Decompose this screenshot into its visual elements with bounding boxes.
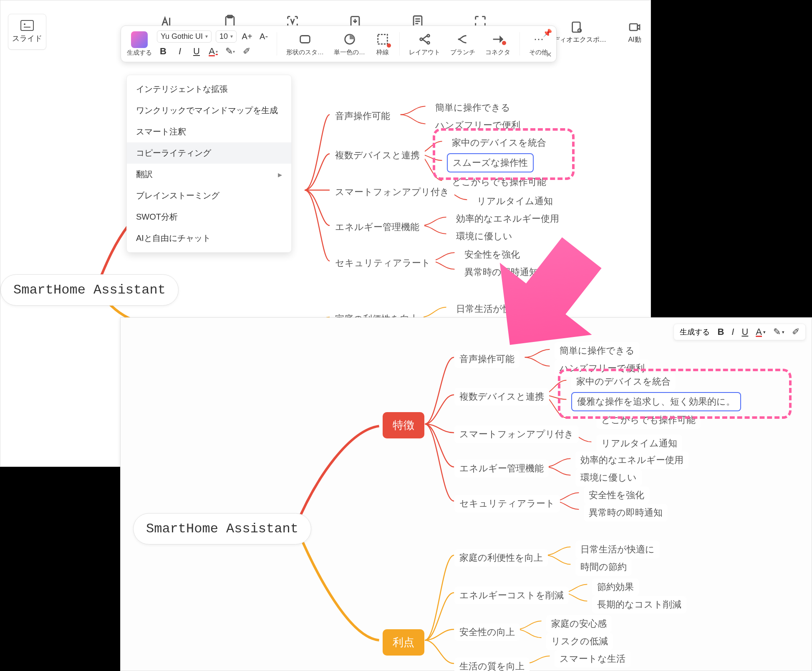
benefit-branch-node[interactable]: 利点 bbox=[383, 629, 424, 656]
increase-font-button[interactable]: A+ bbox=[241, 30, 253, 43]
feature-node[interactable]: 複数デバイスと連携 bbox=[330, 147, 425, 164]
gen-item-copywriting[interactable]: コピーライティング bbox=[127, 142, 291, 164]
gen-item-swot[interactable]: SWOT分析 bbox=[127, 206, 291, 228]
feature-node[interactable]: セキュリティアラート bbox=[330, 254, 436, 272]
highlight-box bbox=[433, 128, 575, 180]
bold-button[interactable]: B bbox=[157, 45, 169, 58]
leaf-node[interactable]: 環境に優しい bbox=[575, 469, 642, 486]
shape-style-button[interactable]: 形状のスタ… bbox=[284, 32, 326, 56]
svg-point-12 bbox=[427, 41, 429, 44]
underline-button[interactable]: U bbox=[190, 45, 203, 58]
pin-icon[interactable]: 📌 bbox=[543, 28, 552, 38]
benefit-node[interactable]: 安全性の向上 bbox=[454, 623, 520, 641]
layout-icon bbox=[417, 32, 432, 47]
feature-node[interactable]: エネルギー管理機能 bbox=[454, 460, 549, 477]
leaf-node[interactable]: 長期的なコスト削減 bbox=[592, 596, 686, 613]
svg-rect-9 bbox=[378, 34, 388, 44]
root-node[interactable]: SmartHome Assistant bbox=[0, 274, 179, 306]
generate-dropdown: インテリジェントな拡張 ワンクリックでマインドマップを生成 スマート注釈 コピー… bbox=[126, 75, 292, 253]
gen-item-free-chat[interactable]: AIと自由にチャット bbox=[127, 228, 291, 249]
chevron-down-icon: ▾ bbox=[230, 33, 233, 39]
feature-node[interactable]: エネルギー管理機能 bbox=[330, 218, 424, 236]
italic-button[interactable]: I bbox=[174, 45, 186, 58]
leaf-node[interactable]: 簡単に操作できる bbox=[430, 99, 515, 116]
shape-style-icon bbox=[298, 32, 313, 47]
connector-button[interactable]: コネクタ bbox=[483, 32, 513, 56]
leaf-node[interactable]: 日常生活が快適に bbox=[575, 541, 660, 558]
transition-arrow bbox=[472, 221, 638, 382]
font-family-select[interactable]: Yu Gothic UI ▾ bbox=[157, 30, 212, 43]
feature-node[interactable]: セキュリティアラート bbox=[454, 495, 560, 512]
svg-point-10 bbox=[420, 38, 422, 41]
generate-label: 生成する bbox=[127, 49, 152, 57]
leaf-node[interactable]: リアルタイム通知 bbox=[596, 435, 682, 452]
font-size-select[interactable]: 10 ▾ bbox=[216, 30, 237, 43]
gen-item-translate[interactable]: 翻訳▸ bbox=[127, 164, 291, 185]
feature-branch-node[interactable]: 特徴 bbox=[383, 412, 424, 438]
feature-node[interactable]: スマートフォンアプリ付き bbox=[454, 425, 579, 443]
close-icon[interactable]: ✕ bbox=[546, 50, 552, 59]
branch-button[interactable]: ブランチ bbox=[448, 32, 478, 56]
mindmap-canvas-lower[interactable]: SmartHome Assistant 特徴 利点 音声操作可能 簡単に操作でき… bbox=[121, 318, 812, 671]
single-color-button[interactable]: 単一色の… bbox=[331, 32, 368, 56]
benefit-node[interactable]: 生活の質を向上 bbox=[454, 658, 530, 671]
leaf-node[interactable]: 効率的なエネルギー使用 bbox=[575, 451, 688, 469]
clear-format-button[interactable]: ✐ bbox=[240, 45, 253, 58]
submenu-arrow-icon: ▸ bbox=[278, 170, 282, 180]
connector-icon bbox=[490, 32, 505, 47]
root-node-lower-label: SmartHome Assistant bbox=[146, 521, 298, 537]
gen-item-brainstorming[interactable]: ブレインストーミング bbox=[127, 185, 291, 206]
text-color-button[interactable]: A▾ bbox=[207, 45, 219, 58]
benefit-node[interactable]: エネルギーコストを削減 bbox=[454, 587, 569, 604]
node-toolbar: 📌 ✕ 生成する Yu Gothic UI ▾ 10 ▾ A+ A- B bbox=[121, 25, 557, 62]
root-node-lower[interactable]: SmartHome Assistant bbox=[133, 513, 311, 544]
svg-rect-7 bbox=[300, 35, 310, 43]
leaf-node[interactable]: 家庭の安心感 bbox=[546, 615, 612, 633]
decrease-font-button[interactable]: A- bbox=[257, 30, 270, 43]
highlight-button[interactable]: ✎▾ bbox=[224, 45, 236, 58]
leaf-node[interactable]: 時間の節約 bbox=[575, 558, 632, 576]
leaf-node[interactable]: リアルタイム通知 bbox=[472, 192, 558, 210]
feature-node[interactable]: 複数デバイスと連携 bbox=[454, 388, 549, 405]
branch-icon bbox=[455, 32, 470, 47]
root-node-label: SmartHome Assistant bbox=[13, 282, 166, 298]
chevron-down-icon: ▾ bbox=[205, 33, 208, 39]
gen-item-intelligent-expand[interactable]: インテリジェントな拡張 bbox=[127, 78, 291, 100]
benefit-node[interactable]: 家庭の利便性を向上 bbox=[454, 549, 548, 567]
leaf-node[interactable]: 節約効果 bbox=[592, 578, 639, 596]
leaf-node[interactable]: 安全性を強化 bbox=[584, 486, 649, 504]
single-color-icon bbox=[342, 32, 357, 47]
layout-button[interactable]: レイアウト bbox=[406, 32, 443, 56]
feature-node[interactable]: 音声操作可能 bbox=[330, 107, 395, 125]
leaf-node[interactable]: 異常時の即時通知 bbox=[584, 504, 668, 522]
gen-item-oneclick-mindmap[interactable]: ワンクリックでマインドマップを生成 bbox=[127, 100, 291, 121]
gen-item-smart-annotation[interactable]: スマート注釈 bbox=[127, 121, 291, 142]
border-icon bbox=[375, 32, 390, 47]
leaf-node[interactable]: リスクの低減 bbox=[546, 633, 613, 650]
svg-point-11 bbox=[427, 34, 429, 37]
border-button[interactable]: 枠線 bbox=[373, 32, 393, 56]
font-family-value: Yu Gothic UI bbox=[161, 32, 203, 41]
lower-screenshot-panel: 生成する B I U A▾ ✎▾ ✐ bbox=[120, 317, 812, 671]
generate-icon bbox=[131, 31, 148, 48]
font-size-value: 10 bbox=[219, 32, 228, 41]
generate-button[interactable]: 生成する bbox=[127, 31, 152, 57]
leaf-node[interactable]: スマートな生活 bbox=[555, 650, 630, 668]
feature-node[interactable]: スマートフォンアプリ付き bbox=[330, 183, 454, 201]
